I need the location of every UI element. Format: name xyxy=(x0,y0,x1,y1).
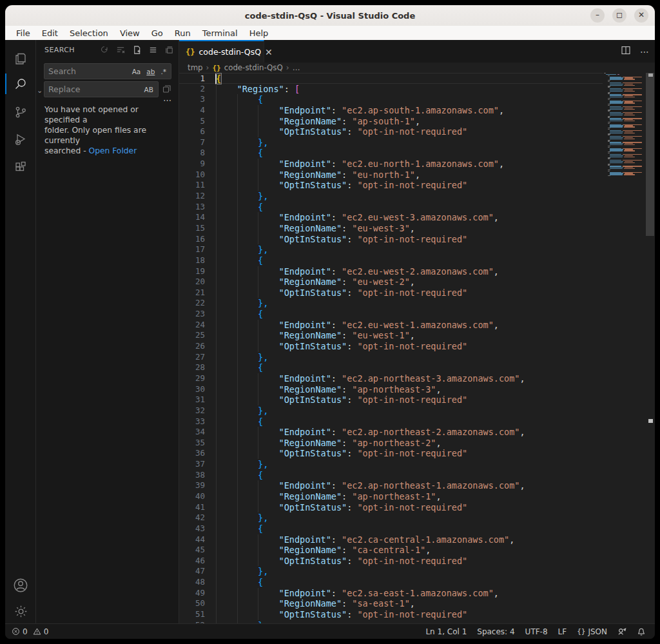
code-line[interactable]: 6 "OptInStatus": "opt-in-not-required" xyxy=(179,126,603,137)
code-line[interactable]: 30 "RegionName": "ap-northeast-3", xyxy=(179,384,603,395)
toggle-search-details-button[interactable]: ⋯ xyxy=(163,95,172,105)
code-line[interactable]: 16 "OptInStatus": "opt-in-not-required" xyxy=(179,234,603,245)
code-line[interactable]: 50 "RegionName": "sa-east-1", xyxy=(179,598,603,609)
menu-item-file[interactable]: File xyxy=(10,28,36,38)
code-line[interactable]: 51 "OptInStatus": "opt-in-not-required" xyxy=(179,609,603,620)
code-line[interactable]: 43 { xyxy=(179,523,603,534)
code-line[interactable]: 10 "RegionName": "eu-north-1", xyxy=(179,170,603,181)
replace-all-icon[interactable] xyxy=(161,83,173,95)
explorer-icon[interactable] xyxy=(5,45,36,71)
indentation[interactable]: Spaces: 4 xyxy=(477,627,514,636)
vertical-scrollbar[interactable] xyxy=(645,73,655,623)
breadcrumb-dir[interactable]: tmp xyxy=(188,63,203,72)
code-line[interactable]: 14 "Endpoint": "ec2.eu-west-3.amazonaws.… xyxy=(179,212,603,223)
code-line[interactable]: 12 }, xyxy=(179,191,603,202)
view-as-list-icon[interactable] xyxy=(147,44,159,55)
code-line[interactable]: 33 { xyxy=(179,416,603,427)
open-folder-link[interactable]: Open Folder xyxy=(88,146,137,155)
replace-input[interactable] xyxy=(44,84,142,94)
menu-item-help[interactable]: Help xyxy=(244,28,275,38)
code-line[interactable]: 18 { xyxy=(179,255,603,266)
search-input[interactable] xyxy=(44,66,130,76)
menu-item-selection[interactable]: Selection xyxy=(64,28,114,38)
code-line[interactable]: 17 }, xyxy=(179,244,603,255)
code-line[interactable]: 25 "RegionName": "eu-west-1", xyxy=(179,330,603,341)
code-line[interactable]: 8 { xyxy=(179,148,603,159)
code-line[interactable]: 44 "Endpoint": "ec2.ca-central-1.amazona… xyxy=(179,534,603,545)
menu-item-view[interactable]: View xyxy=(114,28,146,38)
code-line[interactable]: 26 "OptInStatus": "opt-in-not-required" xyxy=(179,341,603,352)
code-line[interactable]: 45 "RegionName": "ca-central-1", xyxy=(179,545,603,556)
code-line[interactable]: 1{ xyxy=(179,73,603,84)
menu-item-run[interactable]: Run xyxy=(169,28,197,38)
code-line[interactable]: 15 "RegionName": "eu-west-3", xyxy=(179,223,603,234)
problems-indicator[interactable]: 0 0 xyxy=(12,627,48,636)
menu-item-go[interactable]: Go xyxy=(146,28,169,38)
code-line[interactable]: 19 "Endpoint": "ec2.eu-west-2.amazonaws.… xyxy=(179,266,603,277)
code-line[interactable]: 13 { xyxy=(179,202,603,213)
feedback-icon[interactable] xyxy=(617,627,626,636)
code-line[interactable]: 48 { xyxy=(179,577,603,588)
code-line[interactable]: 20 "RegionName": "eu-west-2", xyxy=(179,277,603,288)
more-actions-icon[interactable]: ⋯ xyxy=(640,46,650,57)
menu-item-terminal[interactable]: Terminal xyxy=(197,28,244,38)
open-new-search-editor-icon[interactable] xyxy=(131,44,142,55)
language-mode[interactable]: {} JSON xyxy=(577,627,607,636)
accounts-icon[interactable] xyxy=(5,572,36,598)
code-line[interactable]: 47 }, xyxy=(179,566,603,577)
encoding[interactable]: UTF-8 xyxy=(525,627,548,636)
code-line[interactable]: 3 { xyxy=(179,94,603,105)
code-line[interactable]: 23 { xyxy=(179,309,603,320)
code-line[interactable]: 32 }, xyxy=(179,405,603,416)
eol-sequence[interactable]: LF xyxy=(558,627,567,636)
source-control-icon[interactable] xyxy=(5,99,36,125)
match-case-toggle[interactable]: Aa xyxy=(130,67,143,76)
code-line[interactable]: 4 "Endpoint": "ec2.ap-south-1.amazonaws.… xyxy=(179,105,603,116)
code-line[interactable]: 28 { xyxy=(179,362,603,373)
preserve-case-toggle[interactable]: AB xyxy=(142,85,155,94)
clear-search-results-icon[interactable] xyxy=(115,44,126,55)
run-debug-icon[interactable] xyxy=(5,126,36,152)
code-line[interactable]: 40 "RegionName": "ap-northeast-1", xyxy=(179,491,603,502)
code-line[interactable]: 5 "RegionName": "ap-south-1", xyxy=(179,116,603,127)
code-line[interactable]: 7 }, xyxy=(179,137,603,148)
code-line[interactable]: 42 }, xyxy=(179,512,603,523)
code-line[interactable]: 24 "Endpoint": "ec2.eu-west-1.amazonaws.… xyxy=(179,320,603,331)
menu-item-edit[interactable]: Edit xyxy=(36,28,64,38)
toggle-replace-chevron-icon[interactable]: ⌄ xyxy=(37,86,43,95)
code-line[interactable]: 49 "Endpoint": "ec2.sa-east-1.amazonaws.… xyxy=(179,588,603,599)
code-line[interactable]: 27 }, xyxy=(179,352,603,363)
extensions-icon[interactable] xyxy=(5,155,36,181)
code-line[interactable]: 21 "OptInStatus": "opt-in-not-required" xyxy=(179,288,603,298)
code-line[interactable]: 34 "Endpoint": "ec2.ap-northeast-2.amazo… xyxy=(179,427,603,438)
breadcrumb-file[interactable]: code-stdin-QsQ xyxy=(224,63,283,72)
regex-toggle[interactable]: .* xyxy=(159,67,168,76)
code-line[interactable]: 36 "OptInStatus": "opt-in-not-required" xyxy=(179,448,603,459)
collapse-all-icon[interactable] xyxy=(163,44,175,55)
code-editor[interactable]: 1{2 "Regions": [3 {4 "Endpoint": "ec2.ap… xyxy=(179,73,655,623)
maximize-icon[interactable]: ◻ xyxy=(612,8,626,23)
split-editor-icon[interactable] xyxy=(621,45,631,58)
tab-code-stdin-qsq[interactable]: {} code-stdin-QsQ ✕ xyxy=(179,40,264,63)
code-line[interactable]: 39 "Endpoint": "ec2.ap-northeast-1.amazo… xyxy=(179,480,603,491)
code-line[interactable]: 22 }, xyxy=(179,298,603,309)
close-icon[interactable]: ✕ xyxy=(634,8,648,23)
settings-gear-icon[interactable] xyxy=(5,598,36,624)
code-line[interactable]: 29 "Endpoint": "ec2.ap-northeast-3.amazo… xyxy=(179,373,603,384)
code-line[interactable]: 35 "RegionName": "ap-northeast-2", xyxy=(179,438,603,449)
code-line[interactable]: 2 "Regions": [ xyxy=(179,84,603,95)
minimap[interactable] xyxy=(603,73,645,623)
minimize-icon[interactable]: – xyxy=(590,8,605,23)
code-line[interactable]: 31 "OptInStatus": "opt-in-not-required" xyxy=(179,395,603,405)
code-line[interactable]: 46 "OptInStatus": "opt-in-not-required" xyxy=(179,556,603,567)
code-line[interactable]: 9 "Endpoint": "ec2.eu-north-1.amazonaws.… xyxy=(179,159,603,170)
search-icon[interactable] xyxy=(5,71,36,97)
code-line[interactable]: 11 "OptInStatus": "opt-in-not-required" xyxy=(179,180,603,191)
code-line[interactable]: 38 { xyxy=(179,470,603,481)
tab-close-icon[interactable]: ✕ xyxy=(265,47,273,57)
code-line[interactable]: 37 }, xyxy=(179,459,603,470)
code-line[interactable]: 41 "OptInStatus": "opt-in-not-required" xyxy=(179,502,603,513)
notifications-bell-icon[interactable] xyxy=(637,627,646,636)
whole-word-toggle[interactable]: ab xyxy=(144,67,157,76)
breadcrumb-more[interactable]: … xyxy=(293,63,300,72)
